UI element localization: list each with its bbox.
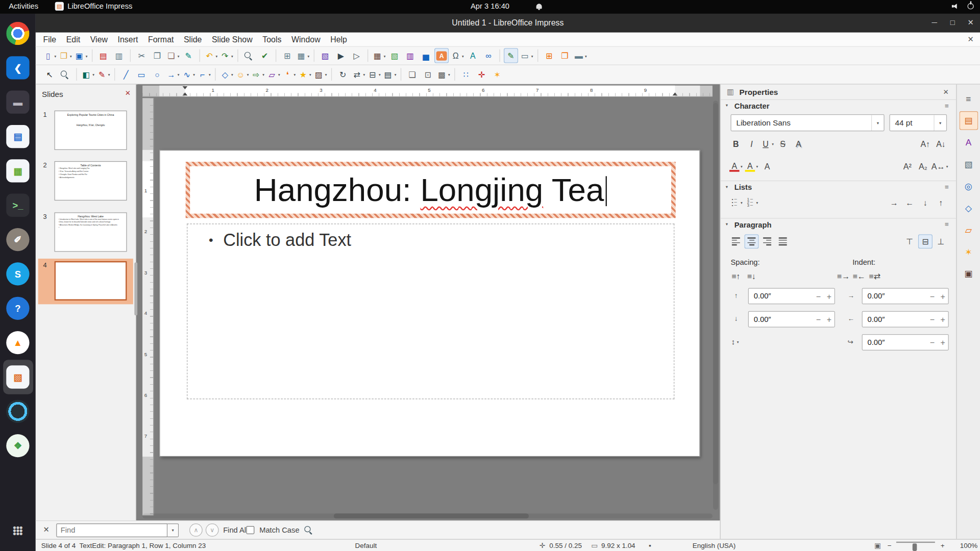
dropdown-arrow-icon[interactable]: ▾ <box>231 72 233 77</box>
vscode-button[interactable]: ❮ <box>3 51 33 85</box>
insert-text-box-button[interactable]: A <box>434 48 449 63</box>
menu-slide[interactable]: Slide <box>179 32 207 46</box>
dropdown-arrow-icon[interactable]: ▾ <box>278 72 280 77</box>
slide-item-2[interactable]: 2Table of Contents• Hangzhou: West Lake … <box>38 159 133 204</box>
cut-button[interactable]: ✂ <box>134 48 149 63</box>
dropdown-arrow-icon[interactable]: ▾ <box>384 54 386 58</box>
connectors-button[interactable]: ⌐▾ <box>197 67 211 82</box>
slide-item-1[interactable]: 1Exploring Popular Tourist Cities in Chi… <box>38 108 133 154</box>
dropdown-arrow-icon[interactable]: ▾ <box>247 72 249 77</box>
find-next-button[interactable]: ∨ <box>206 523 219 537</box>
shadow-button[interactable]: ❏ <box>405 67 419 82</box>
vertical-ruler[interactable]: 1234567 <box>142 98 154 515</box>
first-line-indent-increase-button[interactable]: + <box>938 338 948 347</box>
power-icon[interactable] <box>968 3 974 9</box>
dropdown-arrow-icon[interactable]: ▾ <box>215 54 217 58</box>
paste-button[interactable]: ❏▾ <box>165 48 180 63</box>
status-object-size[interactable]: 9.92 x 1.04 <box>601 542 635 549</box>
decrease-indent-button[interactable]: ≡← <box>852 269 866 284</box>
underline-button[interactable]: U▾ <box>760 137 774 151</box>
collapse-chevron-icon[interactable]: ▾ <box>726 222 728 227</box>
spacing-above-decrease-button[interactable]: − <box>813 291 824 300</box>
vertical-scrollbar[interactable] <box>713 101 718 510</box>
strikethrough-button[interactable]: S <box>776 137 790 151</box>
lines-and-arrows-button[interactable]: →▾ <box>165 67 180 82</box>
insert-chart-button[interactable]: ▅ <box>419 48 433 63</box>
sidebar-settings-button[interactable]: ≡ <box>959 89 978 108</box>
shapes-tab-button[interactable]: ◇ <box>959 198 978 217</box>
select-button[interactable]: ↖ <box>42 67 57 82</box>
zoom-in-button[interactable]: + <box>941 542 945 549</box>
dropdown-arrow-icon[interactable]: ▾ <box>178 54 180 58</box>
clone-formatting-button[interactable]: ✎ <box>181 48 195 63</box>
first-line-indent-decrease-button[interactable]: − <box>927 338 938 347</box>
insert-line-button[interactable]: ╱ <box>119 67 133 82</box>
start-from-first-slide-button[interactable]: ▶ <box>334 48 348 63</box>
start-from-current-slide-button[interactable]: ▷ <box>349 48 363 63</box>
font-name-combobox[interactable]: Liberation Sans ▾ <box>730 114 884 131</box>
gimp-button[interactable]: ✐ <box>3 222 33 257</box>
dropdown-arrow-icon[interactable]: ▾ <box>325 72 327 77</box>
status-template[interactable]: Default <box>355 542 377 549</box>
character-spacing-button[interactable]: A↔▾ <box>932 159 948 173</box>
insert-table-button[interactable]: ▦▾ <box>372 48 386 63</box>
block-arrows-button[interactable]: ⇨▾ <box>251 67 265 82</box>
edit-canvas[interactable]: 123456789 1234567 Hangzhou: Longjing Tea… <box>137 84 720 520</box>
animation-button[interactable]: ✶ <box>490 67 504 82</box>
dropdown-arrow-icon[interactable]: ▾ <box>741 201 743 205</box>
align-bottom-button[interactable]: ⊥ <box>934 234 948 248</box>
symbol-shapes-button[interactable]: ☺▾ <box>235 67 249 82</box>
first-line-indent-field[interactable]: 0.00″ − + <box>862 334 949 350</box>
slide-thumbnail-1[interactable]: Exploring Popular Tourist Cities in Chin… <box>55 111 127 150</box>
close-window-button[interactable]: ✕ <box>965 18 976 27</box>
dropdown-arrow-icon[interactable]: ▾ <box>462 54 464 58</box>
font-size-dropdown-icon[interactable]: ▾ <box>934 115 946 131</box>
horizontal-scrollbar[interactable] <box>142 514 713 519</box>
font-name-value[interactable]: Liberation Sans <box>731 118 871 127</box>
duplicate-slide-button[interactable]: ❐ <box>557 48 572 63</box>
indent-before-field[interactable]: 0.00″ − + <box>862 288 949 304</box>
close-sidebar-deck-button[interactable]: ✕ <box>943 88 948 96</box>
title-text-box-inner[interactable]: Hangzhou: Longjing Tea <box>190 166 671 214</box>
unsaved-changes-icon[interactable]: ▪ <box>649 542 651 549</box>
slide-transition-tab-button[interactable]: ▱ <box>959 220 978 239</box>
dropdown-arrow-icon[interactable]: ▾ <box>108 72 110 77</box>
app-box-button[interactable]: ▬ <box>3 85 33 119</box>
zoom-slider-thumb[interactable] <box>913 543 917 551</box>
notification-bell-icon[interactable] <box>536 4 542 9</box>
close-slides-panel-button[interactable]: ✕ <box>125 89 131 97</box>
match-case-label[interactable]: Match Case <box>259 526 299 535</box>
spacing-below-decrease-button[interactable]: − <box>813 315 824 324</box>
align-right-button[interactable] <box>760 234 774 248</box>
ellipse-button[interactable]: ○ <box>150 67 164 82</box>
left-indent-marker[interactable] <box>183 92 188 95</box>
open-button[interactable]: ❒▾ <box>58 48 72 63</box>
rectangle-button[interactable]: ▭ <box>134 67 149 82</box>
redo-button[interactable]: ↷▾ <box>219 48 234 63</box>
navigator-tab-button[interactable]: ◎ <box>959 177 978 196</box>
dropdown-arrow-icon[interactable]: ▾ <box>756 164 758 169</box>
find-previous-button[interactable]: ∧ <box>189 523 203 537</box>
menu-format[interactable]: Format <box>143 32 179 46</box>
curves-and-polygons-button[interactable]: ∿▾ <box>181 67 195 82</box>
slide-title-text[interactable]: Hangzhou: Longjing Tea <box>254 171 607 209</box>
display-views-button[interactable]: ▦▾ <box>296 48 310 63</box>
slide-thumbnail-3[interactable]: Hangzhou: West Lake• Introduction to Wes… <box>55 212 127 252</box>
indent-after-field[interactable]: 0.00″ − + <box>862 311 949 328</box>
dropdown-arrow-icon[interactable]: ▾ <box>379 72 381 77</box>
master-slide-button[interactable]: ▧ <box>318 48 332 63</box>
menu-window[interactable]: Window <box>286 32 325 46</box>
move-up-button[interactable]: ↑ <box>934 195 948 210</box>
character-effects-button[interactable]: A <box>760 159 774 173</box>
active-app-indicator[interactable]: ▧ LibreOffice Impress <box>55 2 133 11</box>
rotate-button[interactable]: ↻ <box>336 67 350 82</box>
gallery-tab-button[interactable]: ▧ <box>959 155 978 174</box>
menu-edit[interactable]: Edit <box>61 32 85 46</box>
dropdown-arrow-icon[interactable]: ▾ <box>209 72 211 77</box>
dropdown-arrow-icon[interactable]: ▾ <box>772 142 774 146</box>
writer-button[interactable]: ▤ <box>3 119 33 154</box>
slide-item-4[interactable]: 4 <box>38 259 133 304</box>
horizontal-ruler[interactable]: 123456789 <box>142 86 713 97</box>
arrange-button[interactable]: ▤▾ <box>382 67 397 82</box>
round-app-button[interactable] <box>3 394 33 429</box>
